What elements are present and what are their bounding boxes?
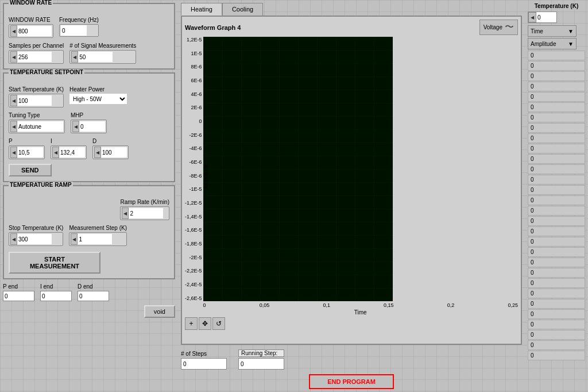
end-program-area: END PROGRAM [181,374,522,389]
mhp-spinner[interactable]: ◀ [72,121,79,132]
start-temp-input-wrapper: ◀ [9,94,64,107]
ramp-rate-input[interactable] [129,208,163,218]
samples-input[interactable] [17,52,52,62]
x-tick: 0 [203,302,206,308]
void-button[interactable]: void [144,305,175,318]
p-input-wrapper: ◀ [9,145,45,159]
samples-input-wrapper: ◀ [9,50,64,64]
p-label: P [9,138,45,144]
graph-container: Waveform Graph 4 Voltage 〜 1,2E-5 1E-5 8… [181,16,522,345]
end-program-button[interactable]: END PROGRAM [309,374,394,389]
send-button[interactable]: SEND [9,164,52,176]
amplitude-dropdown-arrow: ▼ [568,41,574,47]
start-measurement-button[interactable]: START MEASUREMENT [9,252,100,274]
start-temp-spinner[interactable]: ◀ [10,95,17,106]
graph-tools: + ✥ ↺ [185,317,518,330]
voltage-label: Voltage [483,24,502,30]
tuning-label: Tuning Type [9,112,65,118]
temp-value-22: 0 [528,278,585,288]
d-end-input[interactable] [78,291,109,301]
running-step-input[interactable] [238,358,284,370]
y-tick: 0 [199,118,202,124]
graph-svg [203,37,393,301]
center-panel: Heating Cooling Waveform Graph 4 Voltage… [178,0,525,392]
signal-group: # of Signal Measurements ◀ [69,43,136,64]
stop-temp-spinner[interactable]: ◀ [10,233,17,245]
i-end-input[interactable] [40,291,72,301]
ramp-rate-label: Ramp Rate (K/min) [120,199,169,205]
window-rate-input[interactable] [17,26,52,36]
y-tick: -2,6E-5 [185,295,202,301]
heater-power-select[interactable]: High - 50W Low - 25W [69,94,127,104]
tuning-input[interactable] [17,121,63,132]
temp-value-13: 0 [528,185,585,195]
reset-tool-button[interactable]: ↺ [212,317,225,330]
temp-setpoint-title: TEMPERATURE SETPOINT [9,69,84,75]
steps-input[interactable] [181,358,227,370]
d-group: D ◀ [92,138,129,159]
i-spinner[interactable]: ◀ [52,147,59,158]
pan-tool-button[interactable]: ✥ [199,317,211,330]
ramp-rate-spinner[interactable]: ◀ [122,207,129,219]
mhp-input-wrapper: ◀ [71,120,107,133]
y-tick: -2,4E-5 [185,282,202,287]
y-tick: -2E-5 [189,255,202,260]
voltage-button[interactable]: Voltage 〜 [479,20,518,35]
window-rate-spinner[interactable]: ◀ [10,25,17,37]
samples-spinner[interactable]: ◀ [10,51,17,63]
measure-step-input[interactable] [78,234,112,244]
window-rate-group: WINDOW RATE ◀ [9,17,53,38]
temp-value-11: 0 [528,164,585,174]
signal-input[interactable] [78,52,113,62]
measure-step-spinner[interactable]: ◀ [71,233,78,245]
right-panel: Temperature (K) ◀ Time ▼ Amplitude ▼ 0 0… [525,0,588,392]
graph-area: 1,2E-5 1E-5 8E-6 6E-6 4E-6 2E-6 0 -2E-6 … [185,37,518,316]
graph-title: Waveform Graph 4 [185,24,241,31]
i-end-group: I end [40,283,72,301]
y-axis: 1,2E-5 1E-5 8E-6 6E-6 4E-6 2E-6 0 -2E-6 … [185,37,203,301]
temp-value-29: 0 [528,351,585,360]
signal-input-wrapper: ◀ [69,50,136,64]
signal-spinner[interactable]: ◀ [71,51,78,63]
stop-temp-input[interactable] [17,234,52,244]
y-tick: 1E-5 [191,51,202,56]
bottom-row: P end I end D end [3,283,175,301]
temp-value-2: 0 [528,71,585,81]
temp-value-23: 0 [528,289,585,298]
steps-label: # of Steps [181,351,227,357]
waveform-icon: 〜 [505,21,514,33]
tab-cooling[interactable]: Cooling [222,3,263,16]
temp-value-10: 0 [528,154,585,164]
y-tick: 8E-6 [191,64,202,70]
frequency-input[interactable] [61,25,87,36]
i-input[interactable] [59,147,85,157]
window-rate-input-wrapper: ◀ [9,24,53,38]
temperature-title: Temperature (K) [528,3,585,9]
p-input[interactable] [17,147,43,157]
p-spinner[interactable]: ◀ [10,147,17,158]
right-controls: ◀ [528,11,585,23]
temp-value-list: 0 0 0 0 0 0 0 0 0 0 0 0 0 0 0 0 0 0 0 0 … [528,51,585,389]
d-input[interactable] [101,147,127,157]
zoom-tool-button[interactable]: + [185,317,198,330]
amplitude-dropdown[interactable]: Amplitude ▼ [528,38,577,49]
right-value-input[interactable] [536,12,556,22]
start-temp-input[interactable] [17,95,52,106]
stop-temp-group: Stop Temperature (K) ◀ [9,225,63,246]
temp-value-16: 0 [528,216,585,226]
d-spinner[interactable]: ◀ [94,147,101,158]
temp-ramp-title: TEMPERATURE RAMP [9,182,73,188]
measure-step-input-wrapper: ◀ [69,232,127,246]
y-tick: -8E-6 [189,173,202,179]
temp-value-6: 0 [528,113,585,122]
graph-header: Waveform Graph 4 Voltage 〜 [185,20,518,35]
right-spinner-btn[interactable]: ◀ [528,12,536,22]
mhp-input[interactable] [79,121,105,132]
tab-heating[interactable]: Heating [181,3,222,16]
time-dropdown[interactable]: Time ▼ [528,25,577,37]
p-end-input[interactable] [3,291,34,301]
temp-value-27: 0 [528,330,585,340]
temp-value-26: 0 [528,320,585,329]
tuning-spinner[interactable]: ◀ [10,121,17,132]
p-group: P ◀ [9,138,45,159]
